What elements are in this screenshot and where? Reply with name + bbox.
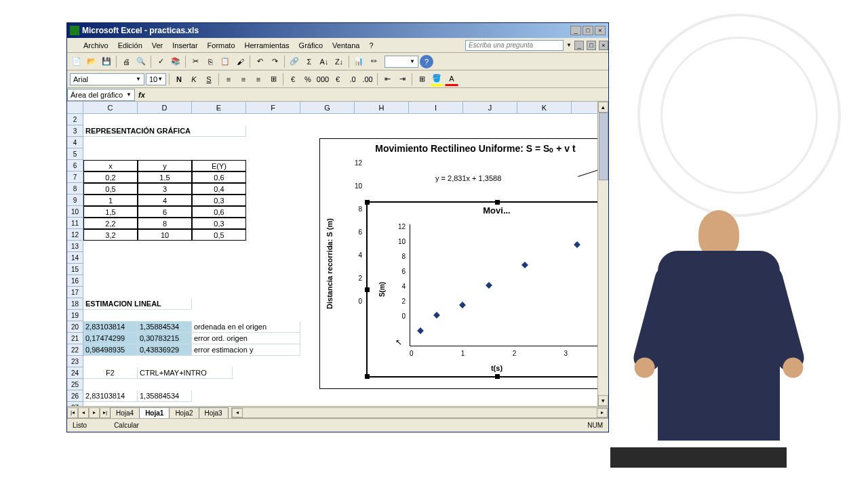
bold-icon[interactable]: N: [172, 73, 186, 86]
paste-icon[interactable]: 📋: [218, 55, 232, 68]
sel-handle[interactable]: [365, 374, 370, 379]
row-header-16[interactable]: 16: [67, 275, 83, 287]
est-cell[interactable]: 0,17474299: [83, 333, 138, 344]
zoom-combo[interactable]: ▼: [384, 56, 418, 68]
save-icon[interactable]: 💾: [100, 55, 113, 68]
col-header-k[interactable]: K: [517, 102, 572, 114]
menu-herramientas[interactable]: Herramientas: [241, 40, 294, 51]
spell-icon[interactable]: ✓: [154, 55, 167, 68]
doc-restore-button[interactable]: □: [587, 41, 596, 50]
drawing-icon[interactable]: ✏: [367, 55, 380, 68]
cell-header-ey[interactable]: E(Y): [192, 160, 246, 171]
data-cell[interactable]: 0,6: [192, 171, 246, 183]
data-cell[interactable]: 3,2: [83, 229, 138, 241]
data-cell[interactable]: 6: [138, 206, 192, 218]
est-cell[interactable]: 0,43836929: [138, 344, 192, 356]
undo-icon[interactable]: ↶: [253, 55, 267, 68]
row-header-17[interactable]: 17: [67, 287, 83, 298]
data-cell[interactable]: 1: [83, 195, 138, 206]
cell-header-x[interactable]: x: [83, 160, 138, 171]
borders-icon[interactable]: ⊞: [415, 73, 429, 86]
col-header-i[interactable]: I: [409, 102, 463, 114]
row-header-14[interactable]: 14: [67, 252, 83, 264]
select-all-corner[interactable]: [67, 102, 83, 113]
chart-wizard-icon[interactable]: 📊: [352, 55, 366, 68]
col-header-f[interactable]: F: [246, 102, 300, 114]
data-cell[interactable]: 0,4: [192, 183, 246, 195]
scroll-down-icon[interactable]: ▾: [598, 395, 608, 406]
cut-icon[interactable]: ✂: [189, 55, 202, 68]
row-header-26[interactable]: 26: [67, 390, 83, 402]
row-header-23[interactable]: 23: [67, 356, 83, 367]
question-input[interactable]: [465, 40, 564, 51]
data-cell[interactable]: 3: [138, 183, 192, 195]
row-header-4[interactable]: 4: [67, 137, 83, 148]
chart-inner[interactable]: Movi... S(m) 121086420 01234 t(s): [366, 201, 608, 378]
sel-handle[interactable]: [495, 374, 500, 379]
vertical-scrollbar[interactable]: ▴ ▾: [597, 102, 608, 406]
tab-last-icon[interactable]: ▸|: [100, 407, 111, 418]
font-size-combo[interactable]: 10▼: [146, 73, 166, 85]
data-cell[interactable]: 4: [138, 195, 192, 206]
cell-shortcut[interactable]: CTRL+MAY+INTRO: [138, 367, 233, 379]
scroll-up-icon[interactable]: ▴: [598, 102, 608, 113]
menu-archivo[interactable]: Archivo: [79, 40, 113, 51]
menu-insertar[interactable]: Insertar: [168, 40, 201, 51]
fill-color-icon[interactable]: 🪣: [430, 73, 443, 86]
restore-button[interactable]: □: [583, 26, 593, 35]
currency-icon[interactable]: €: [286, 73, 300, 86]
horizontal-scrollbar[interactable]: ◂ ▸: [231, 407, 608, 418]
align-left-icon[interactable]: ≡: [222, 73, 235, 86]
inc-decimal-icon[interactable]: .0: [346, 73, 359, 86]
col-header-c[interactable]: C: [83, 102, 138, 114]
row-header-19[interactable]: 19: [67, 310, 83, 321]
col-header-j[interactable]: J: [463, 102, 517, 114]
menu-edicion[interactable]: Edición: [114, 40, 146, 51]
cell-copy-2[interactable]: 1,35884534: [138, 390, 192, 402]
align-center-icon[interactable]: ≡: [237, 73, 250, 86]
sel-handle[interactable]: [365, 287, 370, 292]
row-header-22[interactable]: 22: [67, 344, 83, 356]
row-header-3[interactable]: 3: [67, 125, 83, 137]
comma-icon[interactable]: 000: [316, 73, 330, 86]
grid-area[interactable]: C D E F G H I J K 2345678910111213141516…: [67, 102, 608, 406]
menu-grafico[interactable]: Gráfico: [295, 40, 327, 51]
est-cell[interactable]: 0,98498935: [83, 344, 138, 356]
menu-help[interactable]: ?: [365, 40, 377, 51]
col-header-h[interactable]: H: [355, 102, 409, 114]
row-header-8[interactable]: 8: [67, 183, 83, 195]
italic-icon[interactable]: K: [187, 73, 201, 86]
tab-hoja2[interactable]: Hoja2: [169, 407, 199, 418]
scroll-thumb[interactable]: [599, 113, 608, 180]
row-header-6[interactable]: 6: [67, 160, 83, 171]
cell-f2[interactable]: F2: [83, 367, 138, 379]
data-cell[interactable]: 0,2: [83, 171, 138, 183]
hyperlink-icon[interactable]: 🔗: [288, 55, 301, 68]
row-header-27[interactable]: 27: [67, 402, 83, 406]
tab-hoja4[interactable]: Hoja4: [110, 407, 140, 418]
underline-icon[interactable]: S: [202, 73, 216, 86]
merge-icon[interactable]: ⊞: [267, 73, 280, 86]
research-icon[interactable]: 📚: [169, 55, 182, 68]
data-cell[interactable]: 0,3: [192, 218, 246, 229]
print-icon[interactable]: 🖨: [119, 55, 133, 68]
cell-est-title[interactable]: ESTIMACION LINEAL: [83, 298, 192, 310]
tab-next-icon[interactable]: ▸: [89, 407, 100, 418]
preview-icon[interactable]: 🔍: [134, 55, 148, 68]
hscroll-right-icon[interactable]: ▸: [597, 408, 608, 418]
percent-icon[interactable]: %: [301, 73, 315, 86]
data-cell[interactable]: 0,6: [192, 206, 246, 218]
data-cell[interactable]: 1,5: [138, 171, 192, 183]
row-header-11[interactable]: 11: [67, 218, 83, 229]
autosum-icon[interactable]: Σ: [302, 55, 316, 68]
tab-prev-icon[interactable]: ◂: [78, 407, 89, 418]
data-cell[interactable]: 8: [138, 218, 192, 229]
format-painter-icon[interactable]: 🖌: [233, 55, 247, 68]
name-box[interactable]: Área del gráfico▼: [67, 89, 135, 101]
sort-asc-icon[interactable]: A↓: [317, 55, 331, 68]
row-header-7[interactable]: 7: [67, 171, 83, 183]
open-icon[interactable]: 📂: [85, 55, 98, 68]
est-label[interactable]: ordenada en el origen: [192, 321, 300, 333]
redo-icon[interactable]: ↷: [268, 55, 281, 68]
row-header-10[interactable]: 10: [67, 206, 83, 218]
